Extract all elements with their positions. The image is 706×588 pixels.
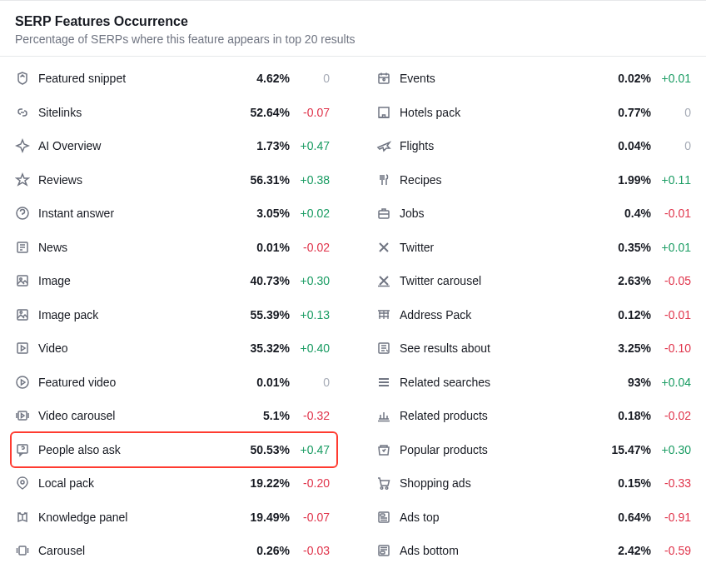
- feature-row[interactable]: Related searches93%+0.04: [376, 366, 691, 400]
- feature-row[interactable]: Instant answer3.05%+0.02: [15, 197, 330, 231]
- people-also-ask-icon: [15, 442, 30, 457]
- feature-percentage: 0.18%: [593, 409, 651, 422]
- feature-label: Carousel: [38, 544, 231, 557]
- feature-percentage: 0.02%: [593, 72, 651, 85]
- feature-row[interactable]: Reviews56.31%+0.38: [15, 163, 330, 197]
- feature-label: Sitelinks: [38, 106, 231, 119]
- feature-percentage: 0.26%: [231, 544, 290, 557]
- address-pack-icon: [376, 307, 391, 322]
- feature-row[interactable]: Shopping ads0.15%-0.33: [376, 466, 691, 501]
- feature-label: Related products: [400, 409, 593, 422]
- feature-label: Video: [38, 341, 231, 355]
- feature-row[interactable]: Hotels pack0.77%0: [376, 96, 691, 130]
- feature-label: Featured snippet: [38, 72, 231, 85]
- jobs-icon: [376, 206, 391, 221]
- see-results-about-icon: [376, 341, 391, 356]
- feature-label: Instant answer: [38, 207, 231, 220]
- feature-delta: -0.02: [290, 241, 330, 254]
- feature-percentage: 0.4%: [593, 207, 651, 220]
- recipes-icon: [376, 172, 391, 187]
- feature-percentage: 5.1%: [231, 409, 290, 422]
- feature-label: Featured video: [38, 376, 231, 389]
- feature-percentage: 0.12%: [593, 308, 651, 321]
- feature-percentage: 2.63%: [593, 274, 651, 287]
- image-pack-icon: [15, 307, 30, 322]
- feature-row[interactable]: Events0.02%+0.01: [376, 62, 691, 96]
- feature-percentage: 0.01%: [231, 241, 290, 254]
- feature-delta: 0: [290, 72, 330, 85]
- feature-row[interactable]: AI Overview1.73%+0.47: [15, 129, 330, 163]
- feature-row[interactable]: Address Pack0.12%-0.01: [376, 298, 691, 332]
- features-column-right: Events0.02%+0.01Hotels pack0.77%0Flights…: [376, 62, 691, 568]
- feature-row[interactable]: Image pack55.39%+0.13: [15, 298, 330, 332]
- feature-percentage: 93%: [593, 376, 651, 389]
- sitelinks-icon: [15, 105, 30, 120]
- feature-row[interactable]: Twitter carousel2.63%-0.05: [376, 264, 691, 298]
- feature-row[interactable]: Ads bottom2.42%-0.59: [376, 534, 691, 568]
- ads-bottom-icon: [376, 543, 391, 558]
- feature-percentage: 0.35%: [593, 241, 651, 254]
- feature-row[interactable]: Knowledge panel19.49%-0.07: [15, 501, 330, 535]
- feature-row[interactable]: See results about3.25%-0.10: [376, 331, 691, 366]
- feature-percentage: 52.64%: [231, 106, 290, 119]
- feature-row[interactable]: Carousel0.26%-0.03: [15, 534, 330, 568]
- feature-delta: +0.11: [651, 173, 691, 187]
- feature-row[interactable]: Popular products15.47%+0.30: [376, 433, 691, 467]
- feature-label: Hotels pack: [400, 106, 593, 119]
- ai-overview-icon: [15, 138, 30, 153]
- features-grid: Featured snippet4.62%0Sitelinks52.64%-0.…: [0, 57, 706, 581]
- carousel-icon: [15, 543, 30, 558]
- flights-icon: [376, 138, 391, 153]
- features-column-left: Featured snippet4.62%0Sitelinks52.64%-0.…: [15, 62, 330, 568]
- feature-delta: 0: [290, 376, 330, 389]
- feature-percentage: 2.42%: [593, 544, 651, 557]
- feature-row[interactable]: Recipes1.99%+0.11: [376, 163, 691, 197]
- ads-top-icon: [376, 510, 391, 525]
- feature-label: People also ask: [38, 443, 231, 456]
- feature-percentage: 15.47%: [593, 443, 651, 456]
- feature-row[interactable]: Local pack19.22%-0.20: [15, 466, 330, 501]
- feature-row[interactable]: Twitter0.35%+0.01: [376, 231, 691, 265]
- feature-percentage: 40.73%: [231, 274, 290, 287]
- twitter-icon: [376, 240, 391, 255]
- feature-delta: -0.01: [651, 308, 691, 321]
- feature-label: Address Pack: [400, 308, 593, 321]
- feature-row[interactable]: Featured snippet4.62%0: [15, 62, 330, 96]
- feature-percentage: 50.53%: [231, 443, 290, 456]
- feature-percentage: 4.62%: [231, 72, 290, 85]
- feature-delta: +0.47: [290, 443, 330, 456]
- feature-delta: +0.30: [651, 443, 691, 456]
- featured-video-icon: [15, 375, 30, 390]
- popular-products-icon: [376, 442, 391, 457]
- feature-delta: -0.07: [290, 106, 330, 119]
- knowledge-panel-icon: [15, 510, 30, 525]
- feature-row[interactable]: Featured video0.01%0: [15, 366, 330, 400]
- feature-row[interactable]: Image40.73%+0.30: [15, 264, 330, 298]
- feature-delta: 0: [651, 139, 691, 152]
- feature-percentage: 19.49%: [231, 511, 290, 524]
- feature-delta: -0.03: [290, 544, 330, 557]
- feature-row[interactable]: Ads top0.64%-0.91: [376, 501, 691, 535]
- feature-label: Jobs: [400, 207, 593, 220]
- video-icon: [15, 341, 30, 356]
- featured-snippet-icon: [15, 71, 30, 86]
- feature-row[interactable]: Sitelinks52.64%-0.07: [15, 96, 330, 130]
- feature-percentage: 55.39%: [231, 308, 290, 321]
- feature-row[interactable]: People also ask50.53%+0.47: [15, 433, 330, 467]
- feature-row[interactable]: Jobs0.4%-0.01: [376, 197, 691, 231]
- feature-label: Flights: [400, 139, 593, 152]
- instant-answer-icon: [15, 206, 30, 221]
- feature-label: Related searches: [400, 376, 593, 389]
- feature-label: Image: [38, 274, 231, 287]
- feature-row[interactable]: Related products0.18%-0.02: [376, 399, 691, 433]
- feature-delta: +0.04: [651, 376, 691, 389]
- feature-row[interactable]: Video35.32%+0.40: [15, 331, 330, 366]
- hotels-pack-icon: [376, 105, 391, 120]
- feature-row[interactable]: News0.01%-0.02: [15, 231, 330, 265]
- feature-label: Twitter: [400, 241, 593, 254]
- feature-label: Local pack: [38, 476, 231, 490]
- feature-row[interactable]: Flights0.04%0: [376, 129, 691, 163]
- feature-label: Image pack: [38, 308, 231, 321]
- feature-label: Ads bottom: [400, 544, 593, 557]
- feature-row[interactable]: Video carousel5.1%-0.32: [15, 399, 330, 433]
